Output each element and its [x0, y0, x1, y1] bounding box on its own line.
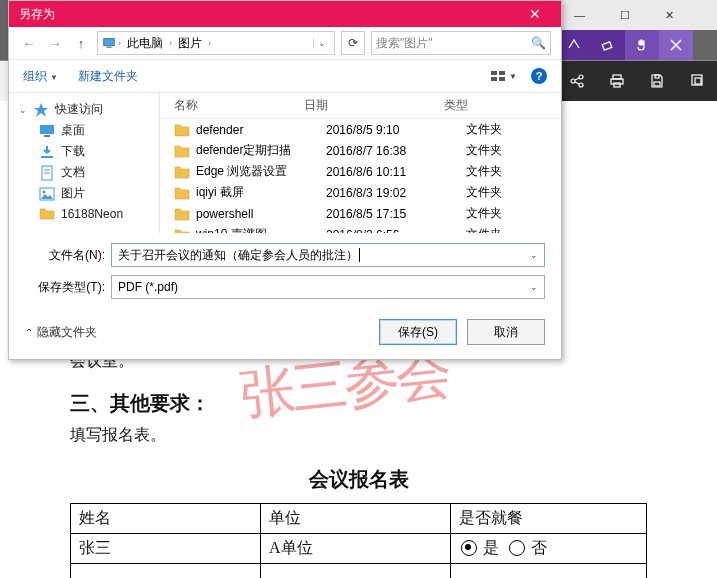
save-button[interactable]: 保存(S): [379, 319, 457, 345]
svg-rect-6: [614, 83, 620, 87]
sidebar-item-label: 快速访问: [55, 101, 103, 118]
dialog-close-button[interactable]: ✕: [515, 6, 555, 22]
doc-fill-form: 填写报名表。: [70, 425, 647, 446]
folder-tree[interactable]: ⌄快速访问桌面下载文档图片16188Neon: [9, 93, 160, 233]
refresh-icon[interactable]: ⟳: [341, 31, 365, 55]
radio-yes[interactable]: [461, 540, 477, 556]
download-icon: [39, 144, 55, 160]
help-icon[interactable]: ?: [531, 68, 547, 84]
sidebar-item-quick[interactable]: ⌄快速访问: [9, 99, 159, 120]
chevron-down-icon[interactable]: ⌄: [530, 282, 538, 292]
svg-marker-17: [34, 103, 48, 117]
new-folder-button[interactable]: 新建文件夹: [78, 68, 138, 85]
svg-point-2: [579, 75, 583, 79]
table-title: 会议报名表: [70, 466, 647, 493]
sidebar-item-label: 桌面: [61, 122, 85, 139]
svg-point-3: [579, 83, 583, 87]
filename-input[interactable]: 关于召开会议的通知（确定参会人员的批注） ⌄: [111, 243, 545, 267]
svg-point-25: [43, 190, 46, 193]
chevron-down-icon[interactable]: ⌄: [530, 250, 538, 260]
maximize-button[interactable]: ☐: [602, 0, 647, 30]
registration-table: 姓名 单位 是否就餐 张三 A单位 是 否: [70, 503, 647, 578]
sidebar-item-pictures[interactable]: 图片: [9, 183, 159, 204]
svg-rect-15: [491, 77, 497, 81]
eraser-icon[interactable]: [591, 30, 625, 60]
filename-label: 文件名(N):: [25, 247, 111, 264]
pin-icon[interactable]: [682, 66, 712, 96]
pc-icon: [102, 36, 116, 50]
hand-icon[interactable]: [625, 30, 659, 60]
search-placeholder: 搜索"图片": [376, 35, 433, 52]
svg-rect-13: [491, 71, 497, 75]
ribbon-close-icon[interactable]: [659, 30, 693, 60]
desktop-icon: [39, 123, 55, 139]
file-row[interactable]: powershell2016/8/5 17:15文件夹: [160, 203, 561, 224]
nav-forward-icon[interactable]: →: [45, 33, 65, 53]
sidebar-item-label: 文档: [61, 164, 85, 181]
doc-icon: [39, 165, 55, 181]
file-row[interactable]: defender定期扫描2016/8/7 16:38文件夹: [160, 140, 561, 161]
file-row[interactable]: defender2016/8/5 9:10文件夹: [160, 119, 561, 140]
file-row[interactable]: Edge 浏览器设置2016/8/6 10:11文件夹: [160, 161, 561, 182]
dialog-title: 另存为: [19, 6, 55, 23]
file-list[interactable]: 名称 日期 类型 defender2016/8/5 9:10文件夹defende…: [160, 93, 561, 233]
print-icon[interactable]: [602, 66, 632, 96]
svg-rect-0: [602, 42, 612, 50]
folder-icon: [174, 228, 190, 234]
filetype-select[interactable]: PDF (*.pdf) ⌄: [111, 275, 545, 299]
view-options-button[interactable]: ▼: [491, 70, 517, 82]
file-row[interactable]: iqiyi 截屏2016/8/3 19:02文件夹: [160, 182, 561, 203]
search-input[interactable]: 搜索"图片" 🔍: [371, 31, 551, 55]
cancel-button[interactable]: 取消: [467, 319, 545, 345]
svg-rect-12: [106, 47, 111, 48]
sidebar-item-neon[interactable]: 16188Neon: [9, 204, 159, 224]
breadcrumb[interactable]: › 此电脑 › 图片 › ⌄: [97, 31, 335, 55]
svg-rect-7: [654, 82, 660, 86]
organize-menu[interactable]: 组织▼: [23, 68, 58, 85]
share-icon[interactable]: [562, 66, 592, 96]
pic-icon: [39, 186, 55, 202]
svg-rect-18: [40, 125, 54, 134]
sidebar-item-documents[interactable]: 文档: [9, 162, 159, 183]
svg-point-1: [571, 79, 575, 83]
sidebar-item-label: 下载: [61, 143, 85, 160]
file-row[interactable]: win10 声谱图2016/8/3 6:56文件夹: [160, 224, 561, 233]
table-row: 张三 A单位 是 否: [71, 534, 647, 564]
breadcrumb-dropdown-icon[interactable]: ⌄: [313, 38, 330, 48]
folder-icon: [174, 207, 190, 221]
sidebar-item-label: 16188Neon: [61, 207, 123, 221]
svg-rect-11: [104, 39, 115, 46]
save-disk-icon[interactable]: [642, 66, 672, 96]
sidebar-item-label: 图片: [61, 185, 85, 202]
save-as-dialog: 另存为 ✕ ← → ↑ › 此电脑 › 图片 › ⌄ ⟳ 搜索"图片" 🔍 组织…: [8, 0, 562, 360]
svg-rect-20: [41, 156, 53, 158]
column-date[interactable]: 日期: [304, 97, 444, 114]
svg-rect-10: [695, 78, 701, 84]
radio-no[interactable]: [509, 540, 525, 556]
sidebar-item-desktop[interactable]: 桌面: [9, 120, 159, 141]
svg-rect-14: [499, 71, 505, 75]
nav-up-icon[interactable]: ↑: [71, 33, 91, 53]
nav-back-icon[interactable]: ←: [19, 33, 39, 53]
sidebar-item-downloads[interactable]: 下载: [9, 141, 159, 162]
folder-icon: [174, 123, 190, 137]
svg-rect-8: [655, 75, 659, 78]
folder-icon: [174, 144, 190, 158]
hide-folders-toggle[interactable]: ⌃隐藏文件夹: [25, 324, 97, 341]
svg-rect-16: [499, 77, 505, 81]
star-icon: [33, 102, 49, 118]
column-name[interactable]: 名称: [174, 97, 304, 114]
folder-icon: [39, 206, 55, 222]
doc-section-3: 三、其他要求：: [70, 390, 647, 417]
svg-rect-19: [44, 135, 50, 137]
minimize-button[interactable]: —: [557, 0, 602, 30]
app-close-button[interactable]: ✕: [647, 0, 692, 30]
folder-icon: [174, 165, 190, 179]
folder-icon: [174, 186, 190, 200]
lasso-icon[interactable]: [557, 30, 591, 60]
column-type[interactable]: 类型: [444, 97, 561, 114]
filetype-label: 保存类型(T):: [25, 279, 111, 296]
search-icon: 🔍: [531, 36, 546, 50]
